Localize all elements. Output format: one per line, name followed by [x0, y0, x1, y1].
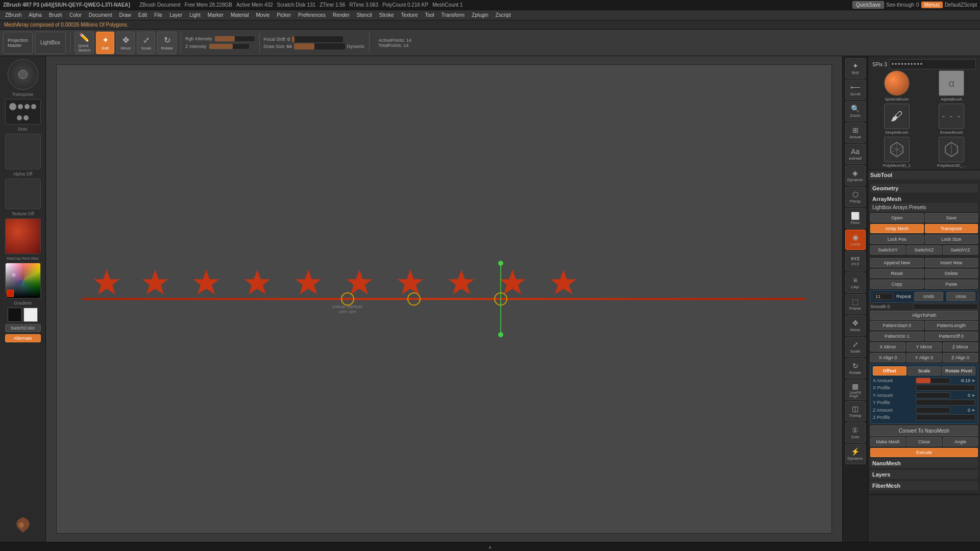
quicksave-button[interactable]: QuickSave	[852, 1, 884, 9]
persp-button[interactable]: ⬡ Persp	[845, 187, 866, 207]
menu-preferences[interactable]: Preferences	[295, 12, 329, 18]
spherebrush-item[interactable]: SphereBrush	[870, 70, 923, 102]
rotate-pivot-button[interactable]: Rotate Pivot	[942, 366, 975, 375]
menu-brush[interactable]: Brush	[46, 12, 65, 18]
geometry-header[interactable]: Geometry	[870, 184, 978, 193]
switchxz-button[interactable]: SwitchXZ	[906, 245, 942, 255]
lock-pos-button[interactable]: Lock Pos	[870, 235, 924, 244]
move-button[interactable]: ✥ Move	[116, 32, 135, 54]
y-align-button[interactable]: Y Align 0	[906, 353, 942, 362]
array-mesh-button[interactable]: Array Mesh	[870, 224, 924, 233]
insert-new-button[interactable]: Insert New	[925, 258, 978, 267]
extrude-button[interactable]: Extrude	[870, 448, 978, 457]
fibermesh-header[interactable]: FiberMesh	[870, 481, 978, 490]
scale2-button[interactable]: ⤢ Scale	[845, 337, 866, 357]
menu-marker[interactable]: Marker	[205, 12, 227, 18]
rgb-slider[interactable]	[214, 36, 255, 42]
focal-shift-slider[interactable]	[292, 36, 343, 42]
white-swatch[interactable]	[23, 308, 38, 322]
menu-stroke[interactable]: Stroke	[376, 12, 397, 18]
menu-texture[interactable]: Texture	[398, 12, 421, 18]
layr-button[interactable]: ≡ LAyr	[845, 272, 866, 293]
simplebrush-item[interactable]: 🖌 SimpleBrush	[870, 104, 923, 135]
transp-button[interactable]: ◫ Transp	[845, 401, 866, 421]
projection-master-button[interactable]: ProjectionMaster	[3, 32, 33, 54]
scroll-button[interactable]: ⟵ Scroll	[845, 80, 866, 100]
open-button[interactable]: Open	[870, 213, 924, 222]
menu-tool[interactable]: Tool	[422, 12, 437, 18]
edit-button[interactable]: ✦ Edit	[96, 32, 114, 54]
menu-light[interactable]: Light	[186, 12, 204, 18]
copy-button[interactable]: Copy	[870, 280, 924, 289]
switchxy-button[interactable]: SwitchXY	[870, 245, 905, 255]
z-mirror-button[interactable]: Z Mirror	[943, 342, 978, 352]
local-button[interactable]: ◉ Local	[845, 230, 866, 250]
y-profile-slider[interactable]	[916, 399, 975, 406]
polymesh3d1-item[interactable]: PolyMesh3D_1	[870, 137, 923, 168]
z-amount-slider[interactable]	[916, 407, 950, 413]
transpose-button[interactable]: Transpose	[925, 224, 978, 233]
smooth-slider[interactable]	[913, 304, 978, 310]
alternate-button[interactable]: Alternate	[5, 334, 41, 342]
draw-size-slider[interactable]	[294, 43, 345, 49]
dynamo-button[interactable]: ⚡ Dynamo	[845, 444, 866, 464]
alpha-panel[interactable]	[5, 134, 41, 169]
scale-button[interactable]: ⤢ Scale	[137, 32, 155, 54]
aahalf-button[interactable]: Aa AAHalf	[845, 144, 866, 164]
lightbox-arrays-header[interactable]: Lightbox Arrays Presets	[870, 203, 978, 212]
frame-button[interactable]: ⬚ Frame	[845, 294, 866, 314]
actual-button[interactable]: ⊞ Actual	[845, 122, 866, 143]
repeat-input[interactable]	[873, 293, 893, 300]
save-button[interactable]: Save	[925, 213, 978, 222]
paste-button[interactable]: Paste	[925, 280, 978, 289]
menu-zscript[interactable]: Zscript	[493, 12, 514, 18]
navigation-circle[interactable]	[8, 59, 38, 90]
canvas-area[interactable]: STAGE REPEAT OFF OFF	[46, 56, 842, 542]
x-mirror-button[interactable]: X Mirror	[870, 342, 905, 352]
switch-color-button[interactable]: SwitchColor	[5, 324, 41, 332]
layers-header[interactable]: Layers	[870, 470, 978, 479]
floor-button[interactable]: ⬜ Floor	[845, 208, 866, 229]
append-new-button[interactable]: Append New	[870, 258, 924, 267]
black-swatch[interactable]	[8, 308, 22, 322]
y-amount-slider[interactable]	[916, 392, 950, 398]
scale3-button[interactable]: Scale	[908, 366, 941, 375]
alphabrush-item[interactable]: α AlphaBrush	[925, 70, 978, 102]
close-button[interactable]: Close	[906, 437, 942, 446]
dynamic-button[interactable]: ◈ Dynamic	[845, 165, 866, 186]
z-amount-expand[interactable]: ▸	[972, 407, 975, 413]
menu-draw[interactable]: Draw	[116, 12, 134, 18]
x-align-button[interactable]: X Align 0	[870, 353, 905, 362]
z-align-button[interactable]: Z Align 0	[943, 353, 978, 362]
xyz-button[interactable]: XYZ XYZ	[845, 251, 866, 271]
pattern-off0-button[interactable]: PatternOff 0	[925, 332, 978, 341]
menu-stencil[interactable]: Stencil	[354, 12, 375, 18]
menu-picker[interactable]: Picker	[274, 12, 294, 18]
solo-button[interactable]: ① Solo	[845, 422, 866, 443]
z-intensity-slider[interactable]	[209, 43, 250, 49]
menu-zplugin[interactable]: Zplugin	[469, 12, 492, 18]
y-amount-expand[interactable]: ▸	[972, 392, 975, 398]
canvas-inner[interactable]: STAGE REPEAT OFF OFF	[56, 64, 832, 534]
nanomesh-header[interactable]: NanoMesh	[870, 459, 978, 468]
aligntopath-button[interactable]: AlignToPath	[870, 311, 978, 320]
menus-button[interactable]: Menus	[921, 2, 943, 8]
texture-panel[interactable]	[5, 179, 41, 209]
x-amount-expand[interactable]: ▸	[972, 377, 975, 384]
delete-button[interactable]: Delete	[925, 269, 978, 278]
menu-material[interactable]: Material	[228, 12, 252, 18]
z-profile-slider[interactable]	[916, 414, 975, 420]
undo-button[interactable]: Undo	[914, 292, 943, 301]
unos-button[interactable]: Unos	[946, 292, 975, 301]
menu-layer[interactable]: Layer	[166, 12, 185, 18]
zoom-button[interactable]: 🔍 Zoom	[845, 101, 866, 121]
menu-file[interactable]: File	[151, 12, 165, 18]
menu-render[interactable]: Render	[330, 12, 353, 18]
pattern-length-button[interactable]: PatternLength	[925, 321, 978, 330]
pattern-start-button[interactable]: PatternStart 0	[870, 321, 924, 330]
reset-button[interactable]: Reset	[870, 269, 924, 278]
material-sphere[interactable]	[5, 218, 41, 254]
brill-button[interactable]: ✦ Brill	[845, 58, 866, 79]
polymesh3d2-item[interactable]: PolyMesh3D_...	[925, 137, 978, 168]
quick-sketch-button[interactable]: ✏️ QuickSketch	[75, 32, 94, 54]
